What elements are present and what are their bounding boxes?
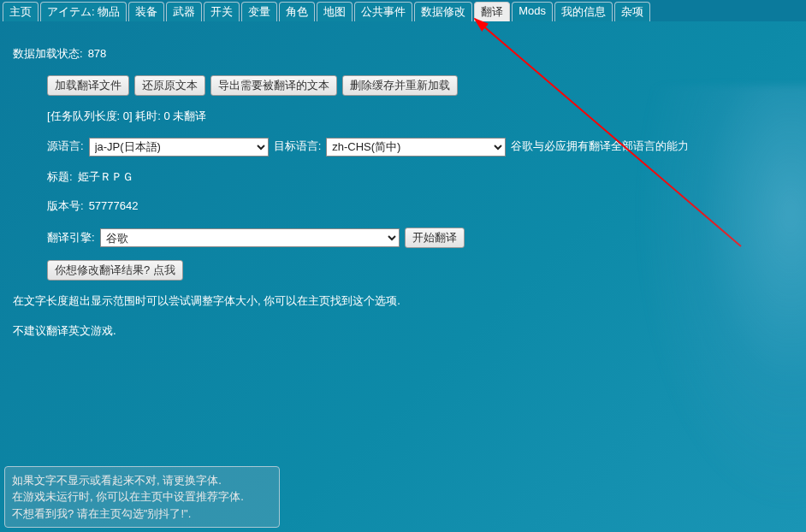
language-row: 源语言: ja-JP(日本語) 目标语言: zh-CHS(简中) 谷歌与必应拥有…	[47, 138, 793, 157]
tgt-lang-label: 目标语言:	[274, 138, 322, 156]
lang-note: 谷歌与必应拥有翻译全部语言的能力	[511, 138, 689, 156]
engine-select[interactable]: 谷歌	[100, 228, 400, 247]
status-value: 878	[88, 45, 107, 63]
footnote-line-1: 如果文字不显示或看起来不对, 请更换字体.	[12, 472, 272, 489]
tgt-lang-select[interactable]: zh-CHS(简中)	[326, 138, 506, 157]
data-load-status: 数据加载状态: 878	[13, 45, 793, 63]
queue-status: [任务队列长度: 0] 耗时: 0 未翻译	[47, 108, 793, 126]
title-label: 标题:	[47, 168, 73, 186]
tip-2: 不建议翻译英文游戏.	[13, 322, 793, 340]
action-buttons-row: 加载翻译文件 还原原文本 导出需要被翻译的文本 删除缓存并重新加载	[47, 75, 793, 96]
version-row: 版本号: 57777642	[47, 198, 793, 216]
footnote-line-3: 不想看到我? 请在主页勾选"别抖了!".	[12, 505, 272, 523]
tab-8[interactable]: 公共事件	[354, 2, 412, 21]
status-label: 数据加载状态:	[13, 45, 83, 63]
version-value: 57777642	[89, 198, 139, 216]
engine-row: 翻译引擎: 谷歌 开始翻译	[47, 228, 793, 248]
src-lang-label: 源语言:	[47, 138, 84, 156]
tab-bar: 主页アイテム: 物品装备武器开关变量角色地图公共事件数据修改翻译Mods我的信息…	[0, 0, 806, 21]
footer-tip-box: 如果文字不显示或看起来不对, 请更换字体. 在游戏未运行时, 你可以在主页中设置…	[4, 466, 280, 529]
title-value: 姫子ＲＰＧ	[78, 168, 133, 186]
tab-12[interactable]: 我的信息	[554, 2, 613, 21]
title-row: 标题: 姫子ＲＰＧ	[47, 168, 793, 186]
tab-4[interactable]: 开关	[204, 2, 240, 21]
modify-result-button[interactable]: 你想修改翻译结果? 点我	[47, 260, 183, 281]
engine-label: 翻译引擎:	[47, 229, 95, 247]
tab-7[interactable]: 地图	[317, 2, 353, 21]
tab-6[interactable]: 角色	[279, 2, 315, 21]
src-lang-select[interactable]: ja-JP(日本語)	[89, 138, 269, 157]
start-translate-button[interactable]: 开始翻译	[405, 228, 465, 248]
modify-result-row: 你想修改翻译结果? 点我	[47, 260, 793, 281]
version-label: 版本号:	[47, 198, 84, 216]
tab-13[interactable]: 杂项	[614, 2, 650, 21]
export-untranslated-button[interactable]: 导出需要被翻译的文本	[210, 75, 337, 96]
tip-1: 在文字长度超出显示范围时可以尝试调整字体大小, 你可以在主页找到这个选项.	[13, 293, 793, 310]
load-translation-file-button[interactable]: 加载翻译文件	[47, 75, 129, 96]
tab-1[interactable]: アイテム: 物品	[40, 2, 127, 21]
tab-2[interactable]: 装备	[128, 2, 164, 21]
footnote-line-2: 在游戏未运行时, 你可以在主页中设置推荐字体.	[12, 488, 272, 505]
tab-5[interactable]: 变量	[241, 2, 277, 21]
tab-9[interactable]: 数据修改	[414, 2, 472, 21]
tab-0[interactable]: 主页	[3, 2, 39, 21]
tab-11[interactable]: Mods	[512, 2, 553, 21]
tab-3[interactable]: 武器	[166, 2, 202, 21]
clear-cache-reload-button[interactable]: 删除缓存并重新加载	[342, 75, 458, 96]
queue-text: [任务队列长度: 0] 耗时: 0 未翻译	[47, 108, 206, 126]
restore-original-button[interactable]: 还原原文本	[134, 75, 205, 96]
tab-10[interactable]: 翻译	[474, 2, 510, 21]
main-content: 数据加载状态: 878 加载翻译文件 还原原文本 导出需要被翻译的文本 删除缓存…	[0, 21, 806, 365]
